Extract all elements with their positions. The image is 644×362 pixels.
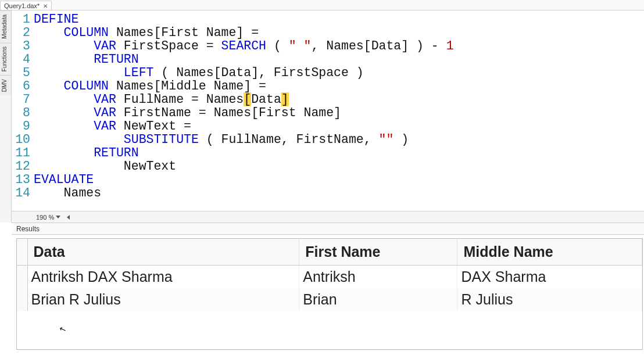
code-line[interactable]: VAR FirstSpace = SEARCH ( " ", Names[Dat… xyxy=(34,40,644,53)
row-selector[interactable] xyxy=(17,266,27,289)
results-header-row: Data First Name Middle Name xyxy=(17,239,642,266)
code-line[interactable]: LEFT ( Names[Data], FirstSpace ) xyxy=(34,66,644,80)
results-panel-label: Results xyxy=(12,223,644,235)
code-line[interactable]: NewText xyxy=(34,160,644,173)
column-header[interactable]: Data xyxy=(27,239,299,266)
code-line[interactable]: COLUMN Names[First Name] = xyxy=(34,26,644,40)
side-tab-functions[interactable]: Functions xyxy=(0,42,11,75)
line-number: 3 xyxy=(12,40,30,53)
table-row[interactable]: Brian R JuliusBrianR Julius xyxy=(17,288,642,311)
tab-bar: Query1.dax* ✕ xyxy=(0,0,644,10)
code-line[interactable]: SUBSTITUTE ( FullName, FirstName, "" ) xyxy=(34,133,644,146)
line-number-gutter: 1234567891011121314 xyxy=(12,10,34,211)
code-area[interactable]: DEFINE COLUMN Names[First Name] = VAR Fi… xyxy=(34,10,644,211)
cell[interactable]: Antriksh DAX Sharma xyxy=(27,266,299,289)
cell[interactable]: R Julius xyxy=(457,288,642,311)
side-tabs: Metadata Functions DMV xyxy=(0,10,12,223)
cell[interactable]: DAX Sharma xyxy=(457,266,642,289)
line-number: 5 xyxy=(12,66,30,80)
side-tab-dmv[interactable]: DMV xyxy=(0,75,11,95)
line-number: 11 xyxy=(12,146,30,160)
code-line[interactable]: COLUMN Names[Middle Name] = xyxy=(34,80,644,93)
file-tab[interactable]: Query1.dax* ✕ xyxy=(0,1,52,10)
chevron-down-icon[interactable] xyxy=(56,216,60,218)
close-icon[interactable]: ✕ xyxy=(43,3,48,9)
line-number: 13 xyxy=(12,173,30,187)
row-selector[interactable] xyxy=(17,288,27,311)
results-grid-wrap: Data First Name Middle Name Antriksh DAX… xyxy=(16,238,643,350)
code-line[interactable]: RETURN xyxy=(34,146,644,160)
cell[interactable]: Antriksh xyxy=(299,266,457,289)
file-tab-title: Query1.dax* xyxy=(4,2,40,9)
code-line[interactable]: VAR NewText = xyxy=(34,120,644,133)
code-line[interactable]: RETURN xyxy=(34,53,644,66)
side-tab-metadata[interactable]: Metadata xyxy=(0,10,11,42)
cell[interactable]: Brian xyxy=(299,288,457,311)
line-number: 14 xyxy=(12,187,30,200)
line-number: 12 xyxy=(12,160,30,173)
zoom-strip: 190 % xyxy=(12,211,644,223)
line-number: 7 xyxy=(12,93,30,106)
cell[interactable]: Brian R Julius xyxy=(27,288,299,311)
column-header[interactable]: First Name xyxy=(299,239,457,266)
line-number: 2 xyxy=(12,26,30,40)
line-number: 9 xyxy=(12,120,30,133)
line-number: 10 xyxy=(12,133,30,146)
row-selector-header xyxy=(17,239,27,266)
code-editor[interactable]: 1234567891011121314 DEFINE COLUMN Names[… xyxy=(12,10,644,211)
scroll-left-icon[interactable] xyxy=(67,215,70,220)
column-header[interactable]: Middle Name xyxy=(457,239,642,266)
code-line[interactable]: VAR FirstName = Names[First Name] xyxy=(34,106,644,120)
line-number: 4 xyxy=(12,53,30,66)
table-row[interactable]: Antriksh DAX SharmaAntrikshDAX Sharma xyxy=(17,266,642,289)
zoom-level: 190 % xyxy=(36,214,54,221)
code-line[interactable]: Names xyxy=(34,187,644,200)
line-number: 6 xyxy=(12,80,30,93)
code-line[interactable]: EVALUATE xyxy=(34,173,644,187)
line-number: 8 xyxy=(12,106,30,120)
line-number: 1 xyxy=(12,13,30,26)
code-line[interactable]: VAR FullName = Names[Data] xyxy=(34,93,644,106)
code-line[interactable]: DEFINE xyxy=(34,13,644,26)
results-grid[interactable]: Data First Name Middle Name Antriksh DAX… xyxy=(17,239,642,311)
